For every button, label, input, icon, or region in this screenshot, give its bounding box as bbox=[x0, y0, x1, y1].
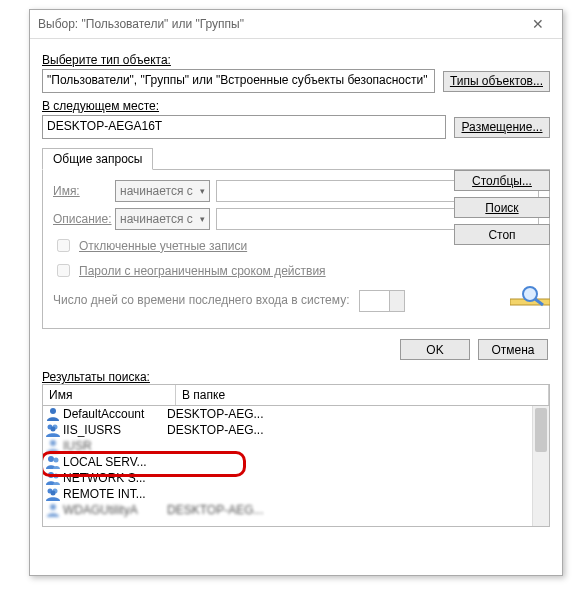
list-item-folder: DESKTOP-AEG... bbox=[167, 423, 263, 437]
object-type-field: "Пользователи", "Группы" или "Встроенные… bbox=[42, 69, 435, 93]
scrollbar[interactable] bbox=[532, 406, 549, 526]
chevron-down-icon: ▾ bbox=[200, 214, 205, 224]
list-item[interactable]: IUSR bbox=[43, 438, 549, 454]
name-starts-with-select[interactable]: начинается с▾ bbox=[115, 180, 210, 202]
list-item[interactable]: WDAGUtilityADESKTOP-AEG... bbox=[43, 502, 549, 518]
list-item[interactable]: NETWORK S... bbox=[43, 470, 549, 486]
search-icon bbox=[510, 285, 550, 307]
principal-icon bbox=[45, 423, 61, 437]
ok-button[interactable]: OK bbox=[400, 339, 470, 360]
description-label: Описание: bbox=[53, 212, 109, 226]
list-item[interactable]: LOCAL SERV... bbox=[43, 454, 549, 470]
list-item-name: NETWORK S... bbox=[63, 471, 167, 485]
object-type-label: Выберите тип объекта: bbox=[42, 53, 550, 67]
results-list[interactable]: DefaultAccountDESKTOP-AEG...IIS_IUSRSDES… bbox=[42, 406, 550, 527]
cancel-button[interactable]: Отмена bbox=[478, 339, 548, 360]
column-name[interactable]: Имя bbox=[43, 385, 176, 405]
principal-icon bbox=[45, 471, 61, 485]
list-item-name: IIS_IUSRS bbox=[63, 423, 167, 437]
list-item[interactable]: IIS_IUSRSDESKTOP-AEG... bbox=[43, 422, 549, 438]
locations-button[interactable]: Размещение... bbox=[454, 117, 550, 138]
scrollbar-thumb[interactable] bbox=[535, 408, 547, 452]
checkbox-input bbox=[57, 264, 70, 277]
list-item-name: REMOTE INT... bbox=[63, 487, 167, 501]
principal-icon bbox=[45, 407, 61, 421]
principal-icon bbox=[45, 455, 61, 469]
desc-starts-with-select[interactable]: начинается с▾ bbox=[115, 208, 210, 230]
location-field: DESKTOP-AEGA16T bbox=[42, 115, 446, 139]
stop-button[interactable]: Стоп bbox=[454, 224, 550, 245]
column-folder[interactable]: В папке bbox=[176, 385, 549, 405]
chevron-down-icon: ▾ bbox=[200, 186, 205, 196]
columns-button[interactable]: Столбцы... bbox=[454, 170, 550, 191]
days-spin-input[interactable] bbox=[359, 290, 405, 312]
close-icon[interactable]: ✕ bbox=[518, 10, 558, 38]
principal-icon bbox=[45, 503, 61, 517]
object-types-button[interactable]: Типы объектов... bbox=[443, 71, 550, 92]
list-item[interactable]: REMOTE INT... bbox=[43, 486, 549, 502]
principal-icon bbox=[45, 439, 61, 453]
svg-point-1 bbox=[523, 287, 537, 301]
list-item-folder: DESKTOP-AEG... bbox=[167, 503, 263, 517]
dialog-select-users-groups: Выбор: "Пользователи" или "Группы" ✕ Выб… bbox=[29, 9, 563, 576]
find-now-button[interactable]: Поиск bbox=[454, 197, 550, 218]
results-label: Результаты поиска: bbox=[42, 370, 550, 384]
list-item-name: LOCAL SERV... bbox=[63, 455, 167, 469]
list-item-folder: DESKTOP-AEG... bbox=[167, 407, 263, 421]
list-item-name: IUSR bbox=[63, 439, 167, 453]
titlebar[interactable]: Выбор: "Пользователи" или "Группы" ✕ bbox=[30, 10, 562, 39]
location-label: В следующем месте: bbox=[42, 99, 550, 113]
tab-common-queries[interactable]: Общие запросы bbox=[42, 148, 153, 170]
window-title: Выбор: "Пользователи" или "Группы" bbox=[38, 17, 244, 31]
checkbox-input bbox=[57, 239, 70, 252]
list-item-name: WDAGUtilityA bbox=[63, 503, 167, 517]
results-header[interactable]: Имя В папке bbox=[42, 384, 550, 406]
principal-icon bbox=[45, 487, 61, 501]
list-item-name: DefaultAccount bbox=[63, 407, 167, 421]
list-item[interactable]: DefaultAccountDESKTOP-AEG... bbox=[43, 406, 549, 422]
name-label: Имя: bbox=[53, 184, 109, 198]
